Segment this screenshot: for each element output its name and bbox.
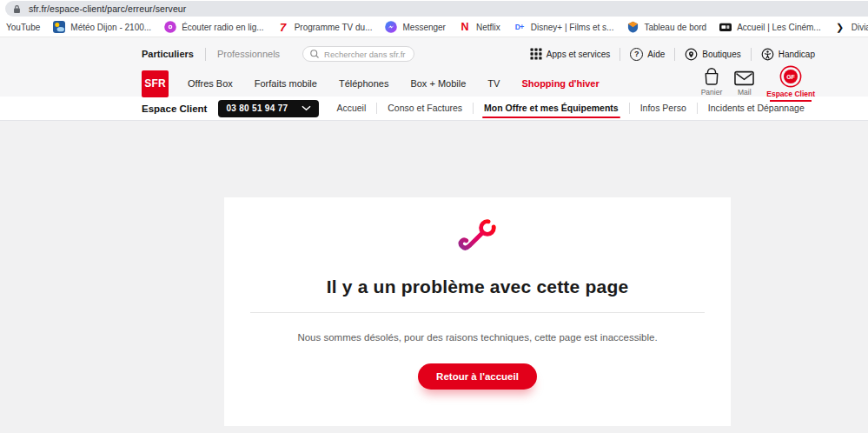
apps-et-services-link[interactable]: Apps et services — [530, 48, 610, 60]
utility-row: Particuliers Professionnels Apps et serv… — [142, 43, 815, 65]
tab-particuliers[interactable]: Particuliers — [142, 49, 194, 59]
bookmarks-bar: YouTube Météo Dijon - 2100... Écouter ra… — [0, 17, 868, 37]
mail-icon — [734, 70, 754, 86]
main-nav: Offres Box Forfaits mobile Téléphones Bo… — [188, 78, 600, 89]
disney-plus-icon — [514, 21, 526, 33]
cinema-icon — [719, 21, 732, 33]
nav-tv[interactable]: TV — [487, 78, 500, 89]
msn-weather-icon — [53, 21, 65, 33]
lock-icon[interactable] — [13, 4, 21, 14]
avatar-initials: GF — [786, 74, 795, 80]
help-icon — [630, 48, 643, 61]
nav-offres-box[interactable]: Offres Box — [188, 78, 233, 89]
avatar-initials-badge: GF — [779, 65, 802, 88]
bookmark-netflix[interactable]: Netflix — [459, 21, 500, 33]
client-nav-conso-factures[interactable]: Conso et Factures — [377, 97, 473, 120]
divider — [620, 48, 620, 61]
bookmark-programme-tv[interactable]: Programme TV du... — [277, 21, 373, 33]
error-title: Il y a un problème avec cette page — [224, 276, 731, 297]
handicap-link[interactable]: Handicap — [761, 48, 815, 61]
bookmark-cinemas[interactable]: Accueil | Les Ciném... — [719, 21, 821, 33]
boutiques-link[interactable]: Boutiques — [685, 48, 740, 61]
aide-link[interactable]: Aide — [630, 48, 665, 61]
error-message: Nous sommes désolés, pour des raisons te… — [242, 332, 713, 343]
search-input[interactable] — [324, 50, 407, 59]
bookmark-youtube[interactable]: YouTube — [6, 23, 40, 32]
divia-icon — [834, 21, 846, 33]
site-header: Particuliers Professionnels Apps et serv… — [0, 37, 868, 97]
nav-box-mobile[interactable]: Box + Mobile — [410, 78, 466, 89]
espace-client-title: Espace Client — [142, 103, 207, 114]
address-bar[interactable]: sfr.fr/espace-client/parc/erreur/serveur — [5, 1, 868, 17]
radio-player-icon — [164, 21, 176, 33]
error-card: Il y a un problème avec cette page Nous … — [224, 197, 731, 426]
dashboard-shield-icon — [626, 21, 639, 33]
bookmark-meteo-dijon[interactable]: Météo Dijon - 2100... — [53, 21, 151, 33]
bookmark-divia[interactable]: Divia - Accueil — [834, 21, 868, 33]
chevron-down-icon — [301, 105, 311, 111]
divider — [674, 48, 675, 61]
client-nav-accueil[interactable]: Accueil — [326, 97, 376, 120]
bookmark-tableau-de-bord[interactable]: Tableau de bord — [626, 21, 706, 33]
tab-professionnels[interactable]: Professionnels — [217, 49, 280, 59]
browser-toolbar: sfr.fr/espace-client/parc/erreur/serveur — [0, 0, 868, 17]
sfr-logo[interactable]: SFR — [142, 70, 169, 97]
bookmark-messenger[interactable]: Messenger — [385, 21, 445, 33]
divider — [250, 312, 705, 313]
tele7-icon — [277, 21, 289, 33]
client-nav-offre-equipements[interactable]: Mon Offre et mes Équipements — [474, 97, 629, 120]
screen: sfr.fr/espace-client/parc/erreur/serveur… — [0, 0, 868, 433]
page-body: Il y a un problème avec cette page Nous … — [0, 197, 868, 433]
phone-number: 03 80 51 94 77 — [226, 103, 288, 113]
shopping-bag-icon — [703, 67, 720, 86]
nav-shopping-hiver[interactable]: Shopping d'hiver — [521, 78, 599, 89]
nav-forfaits-mobile[interactable]: Forfaits mobile — [255, 78, 317, 89]
client-nav-incidents[interactable]: Incidents et Dépannage — [698, 97, 815, 120]
search-box[interactable] — [302, 46, 414, 62]
bookmark-disney-plus[interactable]: Disney+ | Films et s... — [514, 21, 614, 33]
divider — [751, 48, 752, 61]
netflix-icon — [459, 21, 471, 33]
phone-line-selector[interactable]: 03 80 51 94 77 — [218, 100, 319, 117]
bookmark-radio[interactable]: Écouter radio en lig... — [164, 21, 264, 33]
wrench-icon — [453, 212, 503, 263]
espace-client-bar: Espace Client 03 80 51 94 77 Accueil Con… — [0, 97, 868, 121]
back-home-button[interactable]: Retour à l'accueil — [418, 363, 537, 390]
store-locator-icon — [685, 48, 698, 61]
divider — [205, 48, 206, 61]
client-nav: Accueil Conso et Factures Mon Offre et m… — [326, 97, 814, 120]
messenger-icon — [385, 21, 397, 33]
apps-grid-icon — [530, 48, 542, 60]
accessibility-icon — [761, 48, 774, 61]
client-nav-infos-perso[interactable]: Infos Perso — [630, 97, 697, 120]
nav-telephones[interactable]: Téléphones — [339, 78, 389, 89]
search-icon — [309, 49, 320, 59]
url-text: sfr.fr/espace-client/parc/erreur/serveur — [29, 3, 186, 14]
